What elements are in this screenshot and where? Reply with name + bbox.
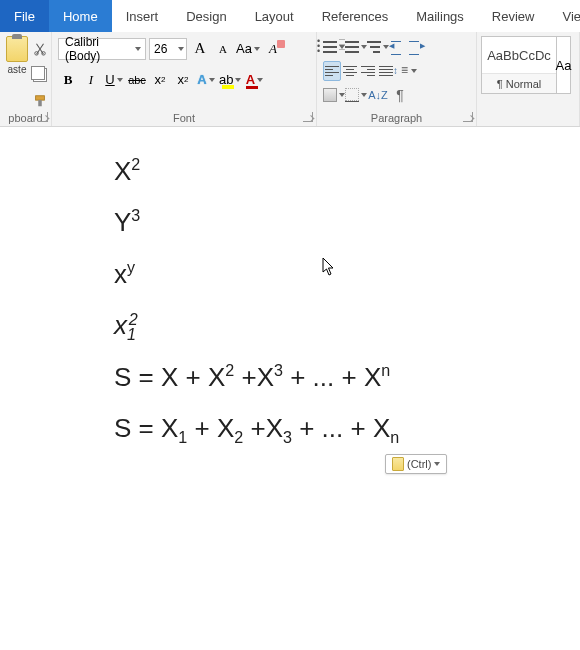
tab-references[interactable]: References — [308, 0, 402, 32]
strikethrough-button[interactable]: abc — [127, 69, 147, 91]
clear-formatting-button[interactable]: A — [263, 38, 283, 60]
indent-left-icon — [391, 41, 405, 53]
text-effects-button[interactable]: A — [196, 69, 216, 91]
paste-icon — [6, 36, 28, 62]
chevron-down-icon — [257, 78, 263, 82]
borders-button[interactable] — [345, 85, 367, 105]
style-normal[interactable]: AaBbCcDc ¶ Normal — [481, 36, 557, 94]
svg-rect-2 — [36, 96, 45, 100]
line-5: S = X + X2 +X3 + ... + Xn — [114, 353, 580, 402]
document-body[interactable]: X2 Y3 xy x12 S = X + X2 +X3 + ... + Xn S… — [0, 127, 580, 453]
italic-button[interactable]: I — [81, 69, 101, 91]
grow-font-button[interactable]: A — [190, 38, 210, 60]
font-family-value: Calibri (Body) — [65, 35, 135, 63]
document-area[interactable]: X2 Y3 xy x12 S = X + X2 +X3 + ... + Xn S… — [0, 127, 580, 650]
scissors-icon — [33, 42, 47, 56]
group-label-paragraph: Paragraph — [317, 112, 476, 124]
line-2: Y3 — [114, 198, 580, 247]
tab-design[interactable]: Design — [172, 0, 240, 32]
clipboard-dialog-launcher[interactable] — [38, 112, 48, 122]
paste-options-tag[interactable]: (Ctrl) — [385, 454, 447, 474]
style-preview: AaBbCcDc — [482, 37, 556, 73]
line-3: xy — [114, 250, 580, 299]
copy-icon — [33, 68, 47, 82]
align-center-button[interactable] — [341, 61, 359, 81]
cut-button[interactable] — [30, 38, 50, 60]
align-center-icon — [343, 66, 357, 76]
font-color-button[interactable]: A — [244, 69, 264, 91]
tab-review[interactable]: Review — [478, 0, 549, 32]
subscript-button[interactable]: x2 — [150, 69, 170, 91]
font-family-select[interactable]: Calibri (Body) — [58, 38, 146, 60]
decrease-indent-button[interactable] — [389, 37, 407, 57]
indent-right-icon — [409, 41, 423, 53]
group-styles: AaBbCcDc ¶ Normal Aa — [477, 32, 580, 126]
sort-button[interactable]: A↓Z — [367, 85, 389, 105]
group-label-font: Font — [52, 112, 316, 124]
highlight-button[interactable]: ab — [219, 69, 241, 91]
line-spacing-button[interactable] — [395, 61, 417, 81]
svg-rect-3 — [38, 100, 42, 106]
line-4: x12 — [114, 301, 580, 350]
align-left-button[interactable] — [323, 61, 341, 81]
bullets-icon — [323, 41, 337, 53]
tab-view[interactable]: View — [548, 0, 580, 32]
format-painter-button[interactable] — [30, 90, 50, 112]
tab-file[interactable]: File — [0, 0, 49, 32]
line-6: S = X1 + X2 +X3 + ... + Xn — [114, 404, 580, 453]
copy-button[interactable] — [30, 64, 50, 86]
paragraph-dialog-launcher[interactable] — [463, 112, 473, 122]
increase-indent-button[interactable] — [407, 37, 425, 57]
paste-tag-label: (Ctrl) — [407, 458, 431, 470]
style-peek: Aa — [557, 36, 571, 94]
font-size-select[interactable]: 26 — [149, 38, 187, 60]
brush-icon — [33, 94, 47, 108]
align-right-icon — [361, 66, 375, 76]
numbering-button[interactable] — [345, 37, 367, 57]
shrink-font-button[interactable]: A — [213, 38, 233, 60]
tab-insert[interactable]: Insert — [112, 0, 173, 32]
chevron-down-icon — [235, 78, 241, 82]
superscript-button[interactable]: x2 — [173, 69, 193, 91]
multilevel-button[interactable] — [367, 37, 389, 57]
chevron-down-icon — [254, 47, 260, 51]
underline-button[interactable]: U — [104, 69, 124, 91]
change-case-button[interactable]: Aa — [236, 38, 260, 60]
line-spacing-icon — [395, 65, 409, 77]
font-dialog-launcher[interactable] — [303, 112, 313, 122]
tab-mailings[interactable]: Mailings — [402, 0, 478, 32]
shading-button[interactable] — [323, 85, 345, 105]
tab-home[interactable]: Home — [49, 0, 112, 32]
ribbon: aste pboard Calibri (Body) — [0, 32, 580, 127]
group-clipboard: aste pboard — [0, 32, 52, 126]
line-1: X2 — [114, 147, 580, 196]
paste-button[interactable]: aste — [6, 36, 28, 91]
shading-icon — [323, 88, 337, 102]
group-paragraph: A↓Z ¶ Paragraph — [317, 32, 477, 126]
ribbon-tabs: File Home Insert Design Layout Reference… — [0, 0, 580, 32]
bold-button[interactable]: B — [58, 69, 78, 91]
font-size-value: 26 — [154, 42, 167, 56]
chevron-down-icon — [117, 78, 123, 82]
clipboard-icon — [392, 457, 404, 471]
show-hide-button[interactable]: ¶ — [389, 85, 411, 105]
align-right-button[interactable] — [359, 61, 377, 81]
style-name: ¶ Normal — [482, 73, 556, 93]
align-left-icon — [325, 66, 339, 76]
numbering-icon — [345, 41, 359, 53]
chevron-down-icon — [209, 78, 215, 82]
group-font: Calibri (Body) 26 A A Aa A B I U abc x2 … — [52, 32, 317, 126]
paste-label: aste — [8, 64, 27, 75]
align-justify-icon — [379, 66, 393, 76]
chevron-down-icon — [411, 69, 417, 73]
borders-icon — [345, 88, 359, 102]
tab-layout[interactable]: Layout — [241, 0, 308, 32]
chevron-down-icon — [178, 47, 184, 51]
multilevel-icon — [367, 41, 381, 53]
chevron-down-icon — [434, 462, 440, 466]
chevron-down-icon — [135, 47, 141, 51]
